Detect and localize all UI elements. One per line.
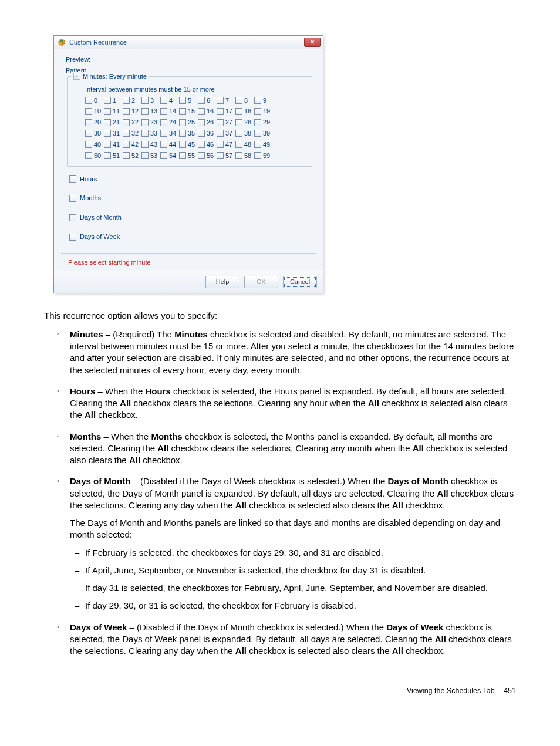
minute-checkbox[interactable] (141, 108, 149, 115)
minute-cell[interactable]: 6 (198, 96, 215, 105)
minute-cell[interactable]: 1 (104, 96, 121, 105)
minute-checkbox[interactable] (123, 119, 130, 126)
months-checkbox[interactable] (69, 195, 76, 202)
minute-checkbox[interactable] (217, 152, 224, 159)
minute-cell[interactable]: 59 (254, 151, 271, 160)
minute-checkbox[interactable] (198, 152, 205, 159)
minute-cell[interactable]: 31 (104, 129, 121, 138)
minute-cell[interactable]: 56 (198, 151, 215, 160)
minute-checkbox[interactable] (141, 141, 149, 148)
minute-checkbox[interactable] (141, 130, 149, 137)
cancel-button[interactable]: Cancel (283, 276, 317, 288)
minute-checkbox[interactable] (254, 152, 261, 159)
minute-cell[interactable]: 45 (179, 140, 196, 149)
minute-cell[interactable]: 3 (141, 96, 158, 105)
minute-cell[interactable]: 8 (235, 96, 252, 105)
minute-cell[interactable]: 2 (123, 96, 140, 105)
minute-checkbox[interactable] (179, 141, 186, 148)
minute-cell[interactable]: 38 (235, 129, 252, 138)
minute-cell[interactable]: 14 (160, 107, 177, 116)
minute-cell[interactable]: 41 (104, 140, 121, 149)
minute-checkbox[interactable] (179, 152, 186, 159)
minute-cell[interactable]: 50 (85, 151, 102, 160)
minute-checkbox[interactable] (141, 97, 149, 104)
months-section[interactable]: Months (67, 190, 312, 206)
minute-cell[interactable]: 47 (217, 140, 234, 149)
minute-cell[interactable]: 7 (217, 96, 234, 105)
minute-cell[interactable]: 22 (123, 118, 140, 127)
minute-cell[interactable]: 18 (235, 107, 252, 116)
minute-checkbox[interactable] (179, 97, 186, 104)
minute-cell[interactable]: 17 (217, 107, 234, 116)
minute-checkbox[interactable] (235, 97, 242, 104)
minute-checkbox[interactable] (160, 119, 167, 126)
minute-checkbox[interactable] (217, 108, 224, 115)
minute-cell[interactable]: 0 (85, 96, 102, 105)
minute-checkbox[interactable] (217, 97, 224, 104)
minute-cell[interactable]: 13 (141, 107, 158, 116)
minute-cell[interactable]: 21 (104, 118, 121, 127)
minute-checkbox[interactable] (254, 97, 261, 104)
minute-cell[interactable]: 26 (198, 118, 215, 127)
minute-checkbox[interactable] (160, 130, 167, 137)
minute-checkbox[interactable] (141, 119, 149, 126)
minute-checkbox[interactable] (198, 141, 205, 148)
minute-cell[interactable]: 35 (179, 129, 196, 138)
minute-cell[interactable]: 15 (179, 107, 196, 116)
days-of-month-section[interactable]: Days of Month (67, 210, 312, 225)
minute-checkbox[interactable] (217, 130, 224, 137)
minute-checkbox[interactable] (123, 130, 130, 137)
minute-cell[interactable]: 9 (254, 96, 271, 105)
minute-cell[interactable]: 36 (198, 129, 215, 138)
hours-checkbox[interactable] (69, 175, 76, 183)
minute-cell[interactable]: 28 (235, 118, 252, 127)
minute-checkbox[interactable] (217, 141, 224, 148)
minute-cell[interactable]: 46 (198, 140, 215, 149)
minute-cell[interactable]: 54 (160, 151, 177, 160)
minute-cell[interactable]: 12 (123, 107, 140, 116)
minute-checkbox[interactable] (104, 141, 111, 148)
close-button[interactable]: ✕ (304, 38, 321, 47)
minute-cell[interactable]: 5 (179, 96, 196, 105)
minute-cell[interactable]: 58 (235, 151, 252, 160)
minute-checkbox[interactable] (160, 97, 167, 104)
minute-cell[interactable]: 29 (254, 118, 271, 127)
minute-checkbox[interactable] (235, 108, 242, 115)
minute-checkbox[interactable] (104, 119, 111, 126)
minute-cell[interactable]: 51 (104, 151, 121, 160)
minute-cell[interactable]: 32 (123, 129, 140, 138)
minute-checkbox[interactable] (123, 152, 130, 159)
minute-cell[interactable]: 16 (198, 107, 215, 116)
minute-checkbox[interactable] (141, 152, 149, 159)
days-of-week-checkbox[interactable] (69, 234, 76, 241)
minute-cell[interactable]: 40 (85, 140, 102, 149)
days-of-week-section[interactable]: Days of Week (67, 229, 312, 245)
minute-cell[interactable]: 55 (179, 151, 196, 160)
minute-cell[interactable]: 33 (141, 129, 158, 138)
minute-checkbox[interactable] (85, 152, 92, 159)
minute-cell[interactable]: 49 (254, 140, 271, 149)
minute-checkbox[interactable] (235, 141, 242, 148)
minute-checkbox[interactable] (104, 152, 111, 159)
minute-cell[interactable]: 34 (160, 129, 177, 138)
minute-checkbox[interactable] (198, 97, 205, 104)
minute-cell[interactable]: 48 (235, 140, 252, 149)
minute-checkbox[interactable] (104, 97, 111, 104)
minute-checkbox[interactable] (85, 97, 92, 104)
minute-checkbox[interactable] (85, 119, 92, 126)
minute-cell[interactable]: 37 (217, 129, 234, 138)
minute-checkbox[interactable] (254, 108, 261, 115)
minute-checkbox[interactable] (160, 152, 167, 159)
minute-cell[interactable]: 44 (160, 140, 177, 149)
minute-checkbox[interactable] (104, 108, 111, 115)
days-of-month-checkbox[interactable] (69, 214, 76, 221)
minute-cell[interactable]: 11 (104, 107, 121, 116)
minute-cell[interactable]: 19 (254, 107, 271, 116)
minute-checkbox[interactable] (198, 119, 205, 126)
minute-checkbox[interactable] (85, 141, 92, 148)
minute-cell[interactable]: 25 (179, 118, 196, 127)
minute-cell[interactable]: 4 (160, 96, 177, 105)
minute-checkbox[interactable] (123, 108, 130, 115)
minute-checkbox[interactable] (198, 108, 205, 115)
minute-cell[interactable]: 30 (85, 129, 102, 138)
